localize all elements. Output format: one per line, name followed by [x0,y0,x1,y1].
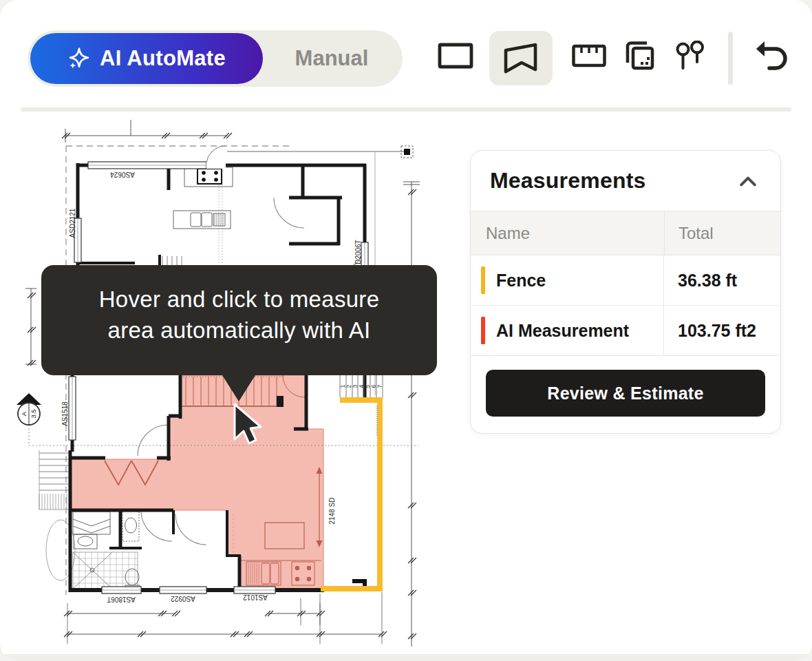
undo-icon [755,40,788,72]
section-marker-letter: A [20,411,28,416]
rectangle-icon [438,42,473,70]
tooltip-line-2: area automatically with AI [41,315,437,346]
ai-measurement-color-swatch [481,317,485,344]
collapse-panel-button[interactable] [735,171,761,191]
measurements-table-header: Name Total [471,211,780,255]
polygon-icon [504,43,538,74]
copy-tool[interactable] [621,36,659,75]
window-label: AS1012 [243,594,268,601]
mode-toggle[interactable]: AI AutoMate Manual [28,30,403,87]
pins-icon [676,41,706,71]
window-label: ASD2121 [69,208,76,238]
measurement-row-fence[interactable]: Fence 36.38 ft [471,255,780,306]
toolbar-separator [21,107,791,112]
sparkle-icon [67,47,91,70]
manual-label: Manual [295,46,369,71]
measurement-total: 36.38 ft [664,255,780,305]
ai-automate-button[interactable]: AI AutoMate [30,33,263,84]
column-header-total: Total [664,211,780,255]
tooltip-pointer [222,375,255,401]
polygon-tool[interactable] [489,31,553,85]
step-number: 7 [376,384,383,388]
fence-measurement-line[interactable] [321,400,380,589]
measurements-panel-header: Measurements [471,151,780,211]
measurements-panel: Measurements Name Total Fence 36.38 ft A… [470,150,781,434]
panel-footer: Review & Estimate [471,356,780,433]
undo-button[interactable] [751,35,792,76]
column-header-name: Name [471,211,664,255]
measurement-row-ai[interactable]: AI Measurement 103.75 ft2 [471,306,780,356]
measurement-name: AI Measurement [496,321,629,341]
copy-icon [624,40,656,72]
stair-wall-nub [277,396,284,407]
toolbar-divider [728,32,733,85]
pins-tool[interactable] [672,36,710,75]
window-label: AS1518 [61,401,69,426]
section-marker-number: 3.5 [30,409,37,418]
tooltip-line-1: Hover and click to measure [41,284,437,315]
panel-title: Measurements [490,168,646,193]
manual-button[interactable]: Manual [263,30,400,87]
app-window: AI AutoMate Manual [0,0,812,661]
rectangle-tool[interactable] [436,36,475,75]
chevron-up-icon [739,176,757,187]
section-marker: A 3.5 [17,393,41,445]
measurement-name: Fence [496,271,546,291]
window-bottom-edge [0,654,812,661]
window-label: AS1806T [107,596,136,603]
review-estimate-button[interactable]: Review & Estimate [486,370,765,417]
fence-color-swatch [481,266,485,294]
ai-automate-label: AI AutoMate [100,46,226,71]
sliding-door-label: 2148 SD [328,498,336,525]
measurement-total: 103.75 ft2 [664,306,780,355]
window-label: AS0922 [171,595,195,602]
ruler-icon [572,43,606,68]
ruler-tool[interactable] [570,36,608,75]
ai-measured-area[interactable] [70,375,323,589]
window-label: AS0624 [110,171,135,178]
ai-tooltip: Hover and click to measure area automati… [41,265,437,375]
